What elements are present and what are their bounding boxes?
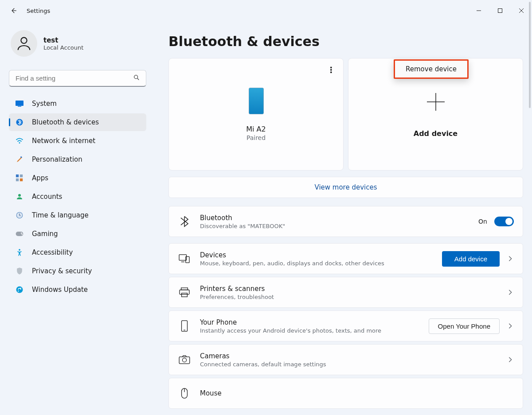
printers-panel[interactable]: Printers & scanners Preferences, trouble… bbox=[168, 277, 523, 308]
sidebar-item-apps[interactable]: Apps bbox=[9, 169, 146, 187]
phone-subtitle: Instantly access your Android device's p… bbox=[200, 327, 429, 334]
sidebar-nav: System Bluetooth & devices Network & int… bbox=[9, 95, 146, 299]
mouse-panel[interactable]: Mouse bbox=[168, 378, 523, 409]
svg-rect-13 bbox=[20, 175, 23, 177]
device-cards-row: ⋮ Mi A2 Paired Add device bbox=[168, 58, 523, 171]
add-device-label: Add device bbox=[414, 129, 458, 138]
window-controls bbox=[468, 3, 532, 19]
back-button[interactable] bbox=[9, 6, 18, 15]
phone-icon bbox=[249, 88, 264, 114]
mouse-text: Mouse bbox=[200, 389, 514, 397]
svg-point-5 bbox=[134, 75, 138, 79]
content: test Local Account System bbox=[0, 21, 532, 415]
accounts-icon bbox=[15, 192, 24, 201]
sidebar-item-label: Accounts bbox=[32, 193, 62, 201]
profile-text: test Local Account bbox=[43, 36, 83, 51]
sidebar-item-label: Accessibility bbox=[32, 248, 73, 256]
remove-device-menu-item[interactable]: Remove device bbox=[394, 59, 469, 79]
printers-text: Printers & scanners Preferences, trouble… bbox=[200, 285, 507, 300]
svg-rect-12 bbox=[16, 175, 19, 177]
plus-icon bbox=[425, 91, 446, 114]
svg-rect-8 bbox=[18, 106, 21, 107]
sidebar-item-accounts[interactable]: Accounts bbox=[9, 188, 146, 206]
maximize-button[interactable] bbox=[489, 3, 511, 19]
titlebar-left: Settings bbox=[9, 6, 50, 15]
paired-device-card[interactable]: ⋮ Mi A2 Paired bbox=[168, 58, 344, 171]
sidebar-item-label: Personalization bbox=[32, 155, 82, 163]
bluetooth-panel-text: Bluetooth Discoverable as "MATEBOOK" bbox=[200, 214, 478, 229]
sidebar-item-privacy[interactable]: Privacy & security bbox=[9, 262, 146, 280]
sidebar-item-label: Bluetooth & devices bbox=[32, 118, 99, 126]
scrollbar[interactable] bbox=[529, 2, 531, 108]
devices-panel[interactable]: Devices Mouse, keyboard, pen, audio, dis… bbox=[168, 243, 523, 274]
svg-rect-28 bbox=[181, 288, 188, 290]
cameras-text: Cameras Connected cameras, default image… bbox=[200, 352, 507, 368]
update-icon bbox=[15, 285, 24, 294]
search bbox=[9, 70, 146, 87]
sidebar-item-update[interactable]: Windows Update bbox=[9, 281, 146, 299]
devices-text: Devices Mouse, keyboard, pen, audio, dis… bbox=[200, 251, 442, 267]
brush-icon bbox=[15, 155, 24, 164]
profile[interactable]: test Local Account bbox=[9, 26, 146, 67]
svg-point-21 bbox=[19, 249, 20, 251]
svg-rect-31 bbox=[182, 321, 188, 331]
your-phone-panel[interactable]: Your Phone Instantly access your Android… bbox=[168, 310, 523, 341]
device-more-button[interactable]: ⋮ bbox=[326, 65, 336, 74]
chevron-right-icon bbox=[507, 323, 514, 329]
toggle-state-label: On bbox=[478, 218, 487, 225]
svg-point-10 bbox=[19, 142, 20, 144]
cameras-actions bbox=[507, 357, 514, 363]
titlebar: Settings bbox=[0, 0, 532, 21]
sidebar-item-label: Windows Update bbox=[32, 286, 88, 294]
avatar bbox=[11, 30, 37, 57]
cameras-subtitle: Connected cameras, default image setting… bbox=[200, 361, 507, 368]
window-title: Settings bbox=[27, 8, 50, 14]
sidebar: test Local Account System bbox=[0, 21, 151, 415]
add-device-button[interactable]: Add device bbox=[442, 251, 500, 267]
bluetooth-toggle-group: On bbox=[478, 217, 514, 226]
page-title: Bluetooth & devices bbox=[168, 34, 523, 49]
bluetooth-toggle[interactable] bbox=[494, 217, 514, 226]
svg-point-4 bbox=[21, 38, 27, 43]
gamepad-icon bbox=[15, 229, 24, 238]
apps-icon bbox=[15, 174, 24, 182]
printers-title: Printers & scanners bbox=[200, 285, 507, 293]
sidebar-item-label: Apps bbox=[32, 174, 48, 182]
devices-icon bbox=[178, 254, 191, 264]
phone-actions: Open Your Phone bbox=[429, 318, 514, 334]
bluetooth-panel-icon bbox=[178, 216, 191, 227]
main-content: Bluetooth & devices ⋮ Mi A2 Paired Add d… bbox=[151, 21, 532, 415]
sidebar-item-network[interactable]: Network & internet bbox=[9, 132, 146, 150]
chevron-right-icon bbox=[507, 357, 514, 363]
sidebar-item-personalization[interactable]: Personalization bbox=[9, 151, 146, 168]
bluetooth-subtitle: Discoverable as "MATEBOOK" bbox=[200, 223, 478, 229]
devices-title: Devices bbox=[200, 251, 442, 259]
sidebar-item-label: Gaming bbox=[32, 230, 58, 238]
svg-line-6 bbox=[137, 78, 139, 80]
printers-actions bbox=[507, 289, 514, 295]
mouse-icon bbox=[178, 388, 191, 399]
minimize-button[interactable] bbox=[468, 3, 489, 19]
profile-subtitle: Local Account bbox=[43, 44, 83, 51]
sidebar-item-label: Time & language bbox=[32, 211, 89, 219]
svg-rect-30 bbox=[182, 293, 188, 297]
wifi-icon bbox=[15, 136, 24, 145]
devices-actions: Add device bbox=[442, 251, 514, 267]
sidebar-item-accessibility[interactable]: Accessibility bbox=[9, 244, 146, 261]
open-your-phone-button[interactable]: Open Your Phone bbox=[429, 318, 500, 334]
bluetooth-icon bbox=[15, 118, 24, 127]
search-input[interactable] bbox=[9, 70, 146, 87]
phone-text: Your Phone Instantly access your Android… bbox=[200, 318, 429, 334]
search-icon bbox=[133, 74, 140, 83]
devices-subtitle: Mouse, keyboard, pen, audio, displays an… bbox=[200, 260, 442, 267]
cameras-title: Cameras bbox=[200, 352, 507, 360]
cameras-panel[interactable]: Cameras Connected cameras, default image… bbox=[168, 344, 523, 375]
camera-icon bbox=[178, 355, 191, 364]
sidebar-item-time[interactable]: Time & language bbox=[9, 206, 146, 224]
sidebar-item-system[interactable]: System bbox=[9, 95, 146, 112]
bluetooth-panel: Bluetooth Discoverable as "MATEBOOK" On bbox=[168, 206, 523, 237]
sidebar-item-bluetooth[interactable]: Bluetooth & devices bbox=[9, 113, 146, 131]
svg-point-19 bbox=[21, 233, 22, 234]
sidebar-item-gaming[interactable]: Gaming bbox=[9, 225, 146, 243]
view-more-devices-button[interactable]: View more devices bbox=[168, 177, 523, 198]
